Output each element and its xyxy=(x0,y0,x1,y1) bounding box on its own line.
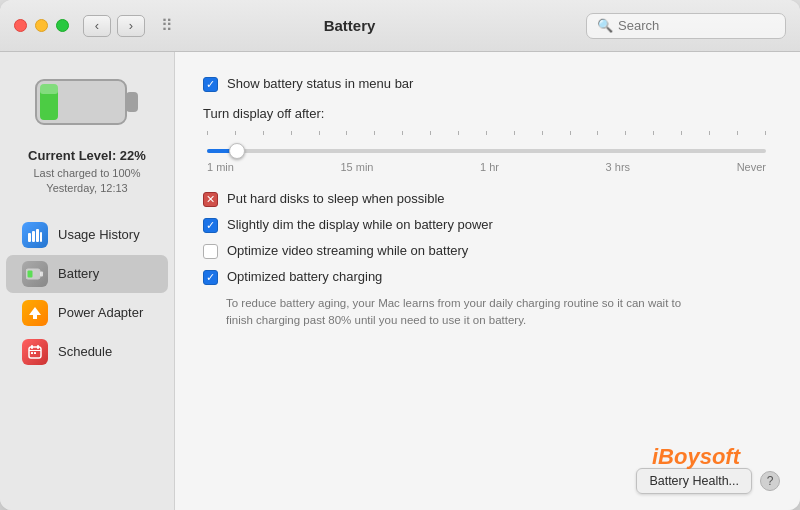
optimized-charging-description: To reduce battery aging, your Mac learns… xyxy=(226,295,706,330)
svg-rect-16 xyxy=(31,352,33,354)
close-button[interactable] xyxy=(14,19,27,32)
last-charged-text: Last charged to 100% Yesterday, 12:13 xyxy=(33,166,140,197)
search-bar[interactable]: 🔍 xyxy=(586,13,786,39)
hard-disks-sleep-label: Put hard disks to sleep when possible xyxy=(227,191,445,206)
tick-mark xyxy=(625,131,626,135)
tick-mark xyxy=(430,131,431,135)
bottom-bar: Battery Health... ? xyxy=(636,468,780,494)
tick-mark xyxy=(458,131,459,135)
tick-mark xyxy=(570,131,571,135)
sidebar-item-usage-history[interactable]: Usage History xyxy=(6,216,168,254)
hard-disks-sleep-row[interactable]: ✕ Put hard disks to sleep when possible xyxy=(203,191,770,207)
search-input[interactable] xyxy=(618,18,775,33)
tick-mark xyxy=(402,131,403,135)
sidebar-item-usage-history-label: Usage History xyxy=(58,227,140,242)
svg-rect-1 xyxy=(126,92,138,112)
svg-rect-15 xyxy=(29,350,41,351)
tick-mark xyxy=(514,131,515,135)
tick-mark xyxy=(709,131,710,135)
tick-mark xyxy=(542,131,543,135)
sidebar-item-battery-label: Battery xyxy=(58,266,99,281)
svg-marker-11 xyxy=(29,307,41,319)
optimize-video-label: Optimize video streaming while on batter… xyxy=(227,243,468,258)
battery-icon-svg xyxy=(32,72,142,132)
svg-rect-9 xyxy=(40,271,43,276)
optimized-charging-checkbox[interactable]: ✓ xyxy=(203,270,218,285)
schedule-icon xyxy=(22,339,48,365)
svg-rect-4 xyxy=(28,233,31,242)
maximize-button[interactable] xyxy=(56,19,69,32)
window-title: Battery xyxy=(113,17,586,34)
sidebar-item-power-adapter[interactable]: Power Adapter xyxy=(6,294,168,332)
tick-mark xyxy=(207,131,208,135)
tick-mark xyxy=(346,131,347,135)
power-adapter-icon xyxy=(22,300,48,326)
current-level-text: Current Level: 22% xyxy=(28,148,146,163)
sidebar: Current Level: 22% Last charged to 100% … xyxy=(0,52,175,510)
slider-track[interactable] xyxy=(207,149,766,153)
watermark: iBoysoft xyxy=(652,444,740,470)
tick-mark xyxy=(737,131,738,135)
tick-mark xyxy=(291,131,292,135)
sidebar-item-schedule[interactable]: Schedule xyxy=(6,333,168,371)
dim-display-checkbox[interactable]: ✓ xyxy=(203,218,218,233)
svg-rect-13 xyxy=(31,345,33,349)
show-battery-status-row[interactable]: ✓ Show battery status in menu bar xyxy=(203,76,770,92)
slider-label-1hr: 1 hr xyxy=(480,161,499,173)
tick-mark xyxy=(486,131,487,135)
slider-label-3hrs: 3 hrs xyxy=(606,161,630,173)
optimized-charging-row[interactable]: ✓ Optimized battery charging xyxy=(203,269,770,285)
sidebar-item-battery[interactable]: Battery xyxy=(6,255,168,293)
tick-mark xyxy=(681,131,682,135)
svg-rect-10 xyxy=(28,270,33,277)
sidebar-item-schedule-label: Schedule xyxy=(58,344,112,359)
slider-label-15min: 15 min xyxy=(340,161,373,173)
slider-title: Turn display off after: xyxy=(203,106,770,121)
slider-container[interactable]: 1 min 15 min 1 hr 3 hrs Never xyxy=(207,129,766,173)
show-battery-status-label: Show battery status in menu bar xyxy=(227,76,413,91)
optimize-video-row[interactable]: Optimize video streaming while on batter… xyxy=(203,243,770,259)
sidebar-item-power-adapter-label: Power Adapter xyxy=(58,305,143,320)
svg-rect-7 xyxy=(40,232,42,242)
hard-disks-sleep-checkbox[interactable]: ✕ xyxy=(203,192,218,207)
slider-thumb[interactable] xyxy=(229,143,245,159)
dim-display-row[interactable]: ✓ Slightly dim the display while on batt… xyxy=(203,217,770,233)
tick-mark xyxy=(597,131,598,135)
slider-labels: 1 min 15 min 1 hr 3 hrs Never xyxy=(207,161,766,173)
svg-rect-3 xyxy=(40,84,58,94)
main-panel: ✓ Show battery status in menu bar Turn d… xyxy=(175,52,800,510)
tick-mark xyxy=(235,131,236,135)
svg-rect-6 xyxy=(36,229,39,242)
tick-mark xyxy=(765,131,766,135)
tick-mark xyxy=(374,131,375,135)
battery-health-button[interactable]: Battery Health... xyxy=(636,468,752,494)
show-battery-status-checkbox[interactable]: ✓ xyxy=(203,77,218,92)
titlebar: ‹ › ⠿ Battery 🔍 xyxy=(0,0,800,52)
help-button[interactable]: ? xyxy=(760,471,780,491)
display-off-slider-section: Turn display off after: xyxy=(203,106,770,173)
battery-nav-icon xyxy=(22,261,48,287)
slider-label-never: Never xyxy=(737,161,766,173)
watermark-suffix: Boysoft xyxy=(658,444,740,469)
dim-display-label: Slightly dim the display while on batter… xyxy=(227,217,493,232)
tick-mark xyxy=(653,131,654,135)
svg-rect-5 xyxy=(32,231,35,242)
battery-icon-container xyxy=(32,72,142,136)
traffic-lights xyxy=(14,19,69,32)
sidebar-nav: Usage History Battery xyxy=(0,215,174,372)
optimized-charging-label: Optimized battery charging xyxy=(227,269,382,284)
usage-history-icon xyxy=(22,222,48,248)
tick-mark xyxy=(319,131,320,135)
minimize-button[interactable] xyxy=(35,19,48,32)
svg-rect-17 xyxy=(34,352,36,354)
back-button[interactable]: ‹ xyxy=(83,15,111,37)
content-area: Current Level: 22% Last charged to 100% … xyxy=(0,52,800,510)
slider-label-1min: 1 min xyxy=(207,161,234,173)
tick-mark xyxy=(263,131,264,135)
svg-rect-14 xyxy=(37,345,39,349)
search-icon: 🔍 xyxy=(597,18,613,33)
optimize-video-checkbox[interactable] xyxy=(203,244,218,259)
